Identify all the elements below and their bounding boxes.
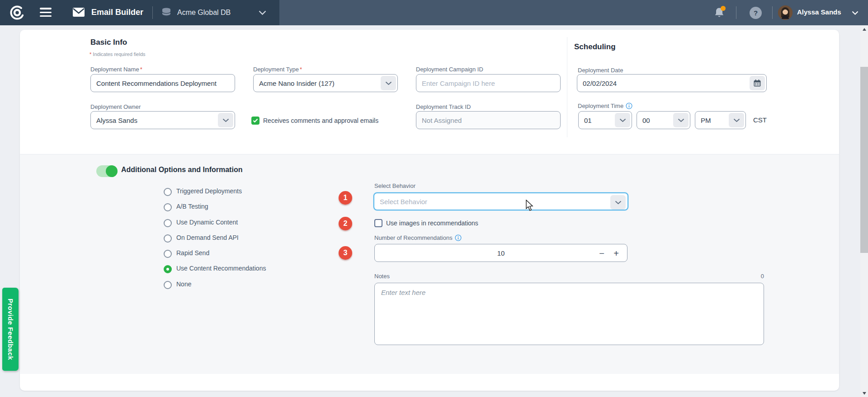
use-images-checkbox[interactable] (374, 219, 382, 227)
timezone-label: CST (753, 116, 767, 124)
app-title: Email Builder (91, 8, 143, 17)
radio-use-content-recommendations[interactable] (164, 265, 172, 273)
email-builder-product: Email Builder (72, 7, 143, 17)
triangle-up-icon (863, 28, 866, 31)
additional-options-heading: Additional Options and Information (121, 166, 242, 174)
help-icon: ? (750, 7, 762, 19)
database-selector[interactable]: Acme Global DB (161, 6, 273, 19)
deployment-type-select[interactable]: Acme Nano Insider (127) (253, 74, 398, 92)
notification-bell-icon (713, 7, 725, 19)
section-vertical-divider (567, 37, 567, 137)
envelope-icon (72, 7, 85, 17)
receives-comments-label: Receives comments and approval emails (263, 117, 378, 124)
recommendations-count-value: 10 (380, 249, 622, 257)
database-icon (161, 6, 172, 19)
receives-comments-checkbox[interactable] (251, 117, 259, 125)
navbar-divider (152, 6, 153, 19)
required-fields-note: * Indicates required fields (90, 51, 146, 57)
basic-info-heading: Basic Info (90, 38, 127, 47)
select-behavior-dropdown[interactable]: Select Behavior (373, 192, 628, 210)
chevron-down-icon (673, 113, 689, 127)
notifications-button[interactable] (713, 7, 725, 19)
app-logo[interactable] (9, 5, 25, 23)
user-name: Alyssa Sands (797, 8, 841, 16)
notes-char-count: 0 (374, 273, 764, 280)
bullseye-logo-icon (9, 5, 25, 23)
deployment-track-id-input[interactable] (416, 111, 561, 129)
deployment-date-input[interactable]: 02/02/2024 (577, 74, 767, 92)
deployment-date-label: Deployment Date (578, 67, 623, 74)
database-name: Acme Global DB (177, 9, 231, 17)
deployment-time-hour-select[interactable]: 01 (578, 111, 632, 129)
vertical-scrollbar[interactable] (860, 25, 868, 397)
top-navbar: Email Builder Acme Global DB (0, 0, 868, 25)
number-of-recommendations-stepper: 10 − + (374, 244, 627, 262)
radio-label: Triggered Deployments (176, 187, 242, 195)
chevron-down-icon (729, 113, 744, 127)
radio-rapid-send[interactable] (164, 250, 172, 258)
annotation-badge-3: 3 (339, 246, 352, 260)
deployment-name-label: Deployment Name* (90, 66, 142, 73)
deployment-time-minute-select[interactable]: 00 (637, 111, 690, 129)
scroll-up-button[interactable] (860, 25, 868, 33)
info-icon (455, 234, 462, 241)
radio-on-demand-send-api[interactable] (164, 234, 172, 243)
feedback-tab-label: Provide Feedback (7, 299, 14, 360)
radio-use-dynamic-content[interactable] (164, 219, 172, 227)
deployment-owner-select[interactable]: Alyssa Sands (90, 111, 235, 129)
scheduling-heading: Scheduling (574, 42, 616, 51)
additional-options-toggle[interactable] (96, 165, 117, 177)
select-behavior-label: Select Behavior (374, 182, 415, 189)
radio-label: On Demand Send API (176, 234, 239, 241)
radio-ab-testing[interactable] (164, 203, 172, 211)
radio-label: A/B Testing (176, 203, 208, 210)
navbar-divider (736, 6, 736, 19)
help-button[interactable]: ? (750, 7, 762, 19)
chevron-down-icon (615, 113, 630, 127)
chevron-down-icon (381, 76, 396, 90)
deployment-type-label: Deployment Type* (253, 66, 302, 73)
deployment-time-meridiem-select[interactable]: PM (695, 111, 746, 129)
deployment-campaign-id-label: Deployment Campaign ID (416, 66, 483, 73)
triangle-down-icon (863, 392, 866, 395)
user-avatar[interactable] (778, 5, 793, 20)
user-menu-chevron-down-icon[interactable] (852, 11, 859, 15)
radio-label: None (176, 280, 191, 288)
database-chevron-down-icon[interactable] (259, 10, 266, 15)
toggle-knob (106, 165, 118, 177)
provide-feedback-tab[interactable]: Provide Feedback (2, 288, 19, 371)
hamburger-menu-button[interactable] (40, 7, 52, 18)
chevron-down-icon (218, 113, 233, 127)
notification-badge-dot (721, 6, 726, 11)
use-images-label: Use images in recommendations (386, 220, 478, 227)
deployment-time-label: Deployment Time (578, 103, 632, 109)
radio-triggered-deployments[interactable] (164, 188, 172, 196)
info-icon (626, 103, 632, 109)
scrollbar-thumb[interactable] (860, 67, 868, 253)
deployment-campaign-id-input[interactable] (416, 74, 561, 92)
notes-textarea[interactable] (374, 283, 764, 345)
avatar-image (778, 5, 793, 20)
annotation-badge-2: 2 (339, 217, 352, 230)
calendar-icon (750, 76, 765, 90)
radio-none[interactable] (164, 281, 172, 289)
number-of-recommendations-label: Number of Recommendations (374, 234, 462, 241)
scroll-down-button[interactable] (860, 389, 868, 397)
annotation-badge-1: 1 (339, 191, 352, 205)
deployment-track-id-label: Deployment Track ID (416, 103, 471, 110)
radio-label: Use Dynamic Content (176, 219, 238, 226)
decrement-button[interactable]: − (595, 244, 608, 262)
navbar-divider (772, 6, 773, 19)
chevron-down-icon (610, 195, 626, 210)
radio-label: Use Content Recommendations (176, 265, 266, 272)
deployment-name-input[interactable] (90, 74, 235, 92)
increment-button[interactable]: + (610, 244, 623, 262)
radio-label: Rapid Send (176, 249, 209, 257)
email-builder-page: Email Builder Acme Global DB (0, 0, 868, 397)
deployment-owner-label: Deployment Owner (90, 103, 141, 110)
